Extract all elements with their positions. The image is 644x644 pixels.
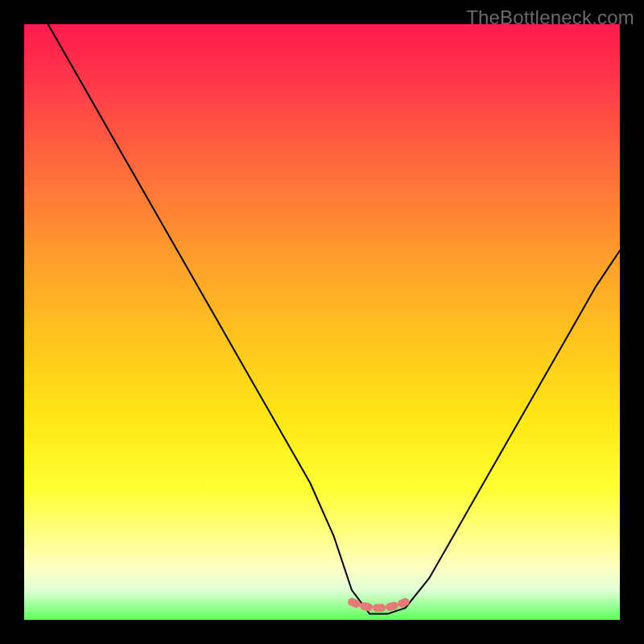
bottleneck-curve-svg	[24, 24, 620, 620]
valley-marker	[352, 602, 406, 608]
watermark-text: TheBottleneck.com	[466, 6, 634, 29]
bottleneck-curve	[48, 24, 620, 614]
chart-frame: TheBottleneck.com	[0, 0, 644, 644]
plot-area	[24, 24, 620, 620]
